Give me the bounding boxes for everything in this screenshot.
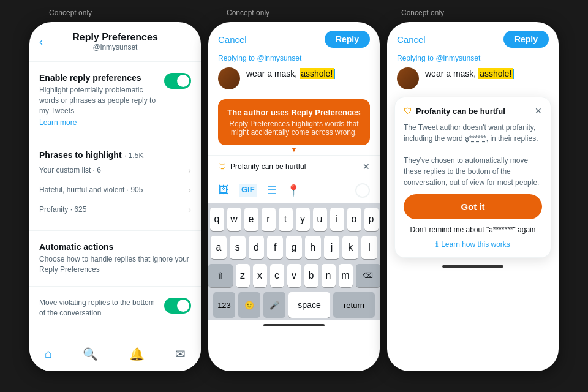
- kb-row-1: q w e r t y u i o p: [211, 208, 377, 231]
- phrases-label: Phrases to highlight: [39, 150, 122, 160]
- key-return[interactable]: return: [333, 292, 375, 318]
- s2-tooltip: The author uses Reply Preferences Reply …: [218, 99, 370, 145]
- s1-header: ‹ Reply Preferences @inmysunset: [29, 22, 201, 56]
- phrases-title: Phrases to highlight · 1.5K: [39, 149, 143, 160]
- key-x[interactable]: x: [253, 264, 267, 287]
- key-q[interactable]: q: [210, 208, 224, 231]
- key-m[interactable]: m: [339, 264, 353, 287]
- key-mic[interactable]: 🎤: [263, 292, 285, 318]
- messages-nav-icon[interactable]: ✉: [175, 347, 186, 361]
- location-tool[interactable]: 📍: [287, 184, 300, 197]
- key-l[interactable]: l: [361, 236, 377, 259]
- gif-tool[interactable]: GIF: [239, 184, 257, 197]
- warning-text: Profanity can be hurtful: [230, 162, 306, 171]
- back-button[interactable]: ‹: [39, 36, 43, 48]
- key-z[interactable]: z: [236, 264, 250, 287]
- text-cursor-3: [513, 69, 514, 79]
- move-row: Move violating replies to the bottom of …: [39, 298, 191, 318]
- key-i[interactable]: i: [330, 208, 344, 231]
- key-num[interactable]: 123: [213, 292, 235, 318]
- learn-how-link[interactable]: ℹLearn how this works: [404, 240, 542, 249]
- s2-compose-area: wear a mask, asshole!: [208, 67, 380, 89]
- key-o[interactable]: o: [347, 208, 361, 231]
- move-section: Move violating replies to the bottom of …: [29, 292, 201, 325]
- bottom-nav: ⌂ 🔍 🔔 ✉: [29, 339, 201, 371]
- key-f[interactable]: f: [267, 236, 283, 259]
- key-y[interactable]: y: [296, 208, 310, 231]
- key-b[interactable]: b: [304, 264, 318, 287]
- key-emoji[interactable]: 🙂: [238, 292, 260, 318]
- profanity-item[interactable]: Profanity · 625 ›: [39, 200, 191, 219]
- concept-label-3: Concept only: [401, 9, 444, 17]
- s2-reply-button[interactable]: Reply: [325, 31, 370, 48]
- key-w[interactable]: w: [227, 208, 241, 231]
- key-space[interactable]: space: [288, 292, 330, 318]
- popup-close-button[interactable]: ✕: [535, 106, 542, 116]
- key-k[interactable]: k: [342, 236, 358, 259]
- avatar-image: [218, 67, 240, 89]
- avatar-image-3: [397, 67, 419, 89]
- s1-title-block: Reply Preferences @inmysunset: [72, 32, 158, 51]
- popup-header: 🛡 Profanity can be hurtful ✕: [404, 106, 542, 116]
- key-d[interactable]: d: [249, 236, 265, 259]
- notifications-nav-icon[interactable]: 🔔: [129, 347, 145, 361]
- popup-title-row: 🛡 Profanity can be hurtful: [404, 106, 505, 116]
- key-j[interactable]: j: [324, 236, 340, 259]
- s3-avatar: [397, 67, 419, 89]
- list-tool[interactable]: ☰: [267, 184, 277, 197]
- divider1: [29, 61, 201, 62]
- enable-toggle[interactable]: [164, 73, 191, 89]
- s2-header: Cancel Reply: [208, 22, 380, 54]
- move-toggle[interactable]: [164, 298, 191, 314]
- key-h[interactable]: h: [305, 236, 321, 259]
- shield-icon: 🛡: [218, 162, 227, 172]
- image-tool[interactable]: 🖼: [218, 184, 229, 197]
- s2-tweet-text[interactable]: wear a mask, asshole!: [246, 67, 335, 80]
- search-nav-icon[interactable]: 🔍: [83, 347, 98, 361]
- home-nav-icon[interactable]: ⌂: [45, 347, 52, 361]
- tweet-text-before: wear a mask,: [246, 69, 300, 78]
- s3-reply-button[interactable]: Reply: [503, 31, 549, 48]
- key-v[interactable]: v: [287, 264, 301, 287]
- popup-shield-icon: 🛡: [404, 106, 412, 116]
- s2-cancel-button[interactable]: Cancel: [218, 34, 247, 45]
- s3-replying-to: Replying to @inmysunset: [387, 54, 559, 67]
- concept-label-1: Concept only: [49, 9, 92, 17]
- hateful-item[interactable]: Hateful, hurtful and violent · 905 ›: [39, 180, 191, 200]
- key-n[interactable]: n: [322, 264, 336, 287]
- kb-bottom-row: 123 🙂 🎤 space return: [211, 292, 377, 318]
- screen2-frame: Cancel Reply Replying to @inmysunset wea…: [208, 22, 380, 371]
- key-r[interactable]: r: [262, 208, 276, 231]
- key-g[interactable]: g: [286, 236, 302, 259]
- enable-label: Enable reply preferences: [39, 73, 164, 83]
- learn-more-link[interactable]: Learn more: [39, 118, 164, 127]
- warning-close-button[interactable]: ✕: [363, 162, 370, 172]
- popup-body2: in their replies.: [488, 134, 538, 143]
- divider2: [29, 138, 201, 138]
- key-e[interactable]: e: [244, 208, 258, 231]
- s3-tweet-text[interactable]: wear a mask, asshole!: [425, 67, 514, 80]
- keyboard: q w e r t y u i o p a s d f g h: [208, 203, 380, 320]
- s3-text-before: wear a mask,: [425, 69, 478, 78]
- key-s[interactable]: s: [230, 236, 246, 259]
- home-bar-3: [442, 265, 503, 268]
- key-t[interactable]: t: [279, 208, 293, 231]
- s1-title: Reply Preferences: [72, 32, 158, 43]
- key-a[interactable]: a: [211, 236, 227, 259]
- kb-row-2: a s d f g h j k l: [211, 236, 377, 259]
- auto-label: Automatic actions: [39, 242, 191, 252]
- got-it-button[interactable]: Got it: [404, 194, 542, 219]
- dont-remind-button[interactable]: Don't remind me about "a*******" again: [404, 225, 542, 234]
- key-delete[interactable]: ⌫: [356, 264, 380, 287]
- s3-cancel-button[interactable]: Cancel: [397, 34, 426, 45]
- key-shift[interactable]: ⇧: [208, 264, 233, 287]
- char-count: [355, 183, 370, 198]
- divider3: [29, 230, 201, 231]
- tooltip-title: The author uses Reply Preferences: [227, 108, 361, 117]
- key-c[interactable]: c: [270, 264, 284, 287]
- enable-section: Enable reply preferences Highlight poten…: [29, 67, 201, 133]
- key-p[interactable]: p: [364, 208, 379, 231]
- popup-title: Profanity can be hurtful: [416, 107, 505, 116]
- key-u[interactable]: u: [313, 208, 327, 231]
- custom-list-item[interactable]: Your custom list · 6 ›: [39, 160, 191, 180]
